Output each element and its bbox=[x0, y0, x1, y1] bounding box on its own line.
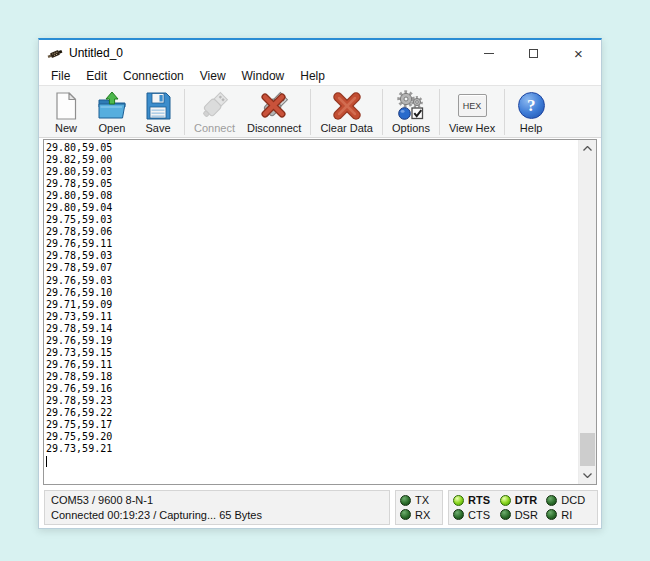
terminal-line: 29.75,59.20 bbox=[46, 431, 578, 443]
scroll-up-icon[interactable] bbox=[579, 140, 596, 157]
maximize-button[interactable] bbox=[511, 40, 556, 66]
led-label: TX bbox=[415, 493, 429, 507]
terminal-area: 29.80,59.0529.82,59.0029.80,59.0329.78,5… bbox=[43, 139, 597, 485]
save-floppy-icon bbox=[144, 89, 172, 122]
minimize-icon bbox=[484, 53, 494, 54]
open-folder-icon bbox=[96, 89, 128, 122]
help-button[interactable]: ? Help bbox=[508, 88, 554, 136]
terminal-line: 29.78,59.03 bbox=[46, 250, 578, 262]
open-label: Open bbox=[99, 122, 126, 134]
close-icon: × bbox=[574, 46, 583, 61]
terminal-line: 29.78,59.05 bbox=[46, 178, 578, 190]
signal-indicator-dtr: DTR bbox=[500, 493, 547, 507]
help-label: Help bbox=[520, 122, 543, 134]
clear-data-x-icon bbox=[331, 89, 363, 122]
led-label: RTS bbox=[468, 493, 490, 507]
led-label: RX bbox=[415, 508, 430, 522]
terminal-line: 29.73,59.21 bbox=[46, 443, 578, 455]
toolbar-separator bbox=[439, 89, 440, 135]
terminal-line: 29.80,59.08 bbox=[46, 190, 578, 202]
scrollbar-thumb[interactable] bbox=[580, 433, 595, 466]
terminal-line: 29.76,59.11 bbox=[46, 359, 578, 371]
led-icon bbox=[546, 495, 557, 506]
new-document-icon bbox=[53, 89, 79, 122]
disconnect-label: Disconnect bbox=[247, 122, 301, 134]
terminal-line: 29.78,59.23 bbox=[46, 395, 578, 407]
signal-indicator-dcd: DCD bbox=[546, 493, 593, 507]
txrx-panel: TXRX bbox=[395, 490, 443, 525]
toolbar-separator bbox=[504, 89, 505, 135]
menu-item-connection[interactable]: Connection bbox=[115, 67, 192, 85]
options-label: Options bbox=[392, 122, 430, 134]
signal-indicator-cts: CTS bbox=[453, 508, 500, 522]
led-icon bbox=[546, 509, 557, 520]
terminal-line: 29.75,59.03 bbox=[46, 214, 578, 226]
close-button[interactable]: × bbox=[556, 40, 601, 66]
led-icon bbox=[500, 509, 511, 520]
menu-item-edit[interactable]: Edit bbox=[78, 67, 115, 85]
toolbar-separator bbox=[382, 89, 383, 135]
connection-info-text: Connected 00:19:23 / Capturing... 65 Byt… bbox=[51, 508, 383, 522]
menu-item-help[interactable]: Help bbox=[292, 67, 333, 85]
signal-indicator-ri: RI bbox=[546, 508, 593, 522]
terminal-output[interactable]: 29.80,59.0529.82,59.0029.80,59.0329.78,5… bbox=[44, 140, 578, 484]
title-bar: Untitled_0 × bbox=[39, 40, 601, 66]
clear-data-label: Clear Data bbox=[320, 122, 373, 134]
led-icon bbox=[453, 495, 464, 506]
app-window: Untitled_0 × FileEditConnectionViewWindo… bbox=[38, 38, 602, 529]
status-bar: COM53 / 9600 8-N-1 Connected 00:19:23 / … bbox=[44, 490, 598, 525]
terminal-line: 29.76,59.03 bbox=[46, 275, 578, 287]
minimize-button[interactable] bbox=[466, 40, 511, 66]
usb-connect-icon bbox=[198, 89, 230, 122]
terminal-line: 29.76,59.11 bbox=[46, 238, 578, 250]
new-label: New bbox=[55, 122, 77, 134]
help-icon: ? bbox=[518, 89, 545, 122]
terminal-line: 29.80,59.03 bbox=[46, 166, 578, 178]
led-label: RI bbox=[561, 508, 572, 522]
terminal-line: 29.78,59.07 bbox=[46, 262, 578, 274]
led-icon bbox=[400, 509, 411, 520]
terminal-line: 29.73,59.11 bbox=[46, 311, 578, 323]
terminal-line: 29.76,59.10 bbox=[46, 287, 578, 299]
toolbar-separator bbox=[184, 89, 185, 135]
save-label: Save bbox=[145, 122, 170, 134]
led-label: DCD bbox=[561, 493, 585, 507]
view-hex-button[interactable]: HEX View Hex bbox=[443, 88, 501, 136]
signals-panel: RTSCTSDTRDSRDCDRI bbox=[448, 490, 598, 525]
terminal-line: 29.75,59.17 bbox=[46, 419, 578, 431]
signal-indicator-rx: RX bbox=[400, 508, 438, 522]
led-icon bbox=[500, 495, 511, 506]
toolbar-separator bbox=[310, 89, 311, 135]
new-button[interactable]: New bbox=[43, 88, 89, 136]
save-button[interactable]: Save bbox=[135, 88, 181, 136]
signal-indicator-tx: TX bbox=[400, 493, 438, 507]
options-gears-icon bbox=[395, 89, 427, 122]
terminal-line: 29.80,59.05 bbox=[46, 142, 578, 154]
clear-data-button[interactable]: Clear Data bbox=[314, 88, 379, 136]
text-caret bbox=[46, 456, 47, 467]
led-icon bbox=[453, 509, 464, 520]
disconnect-button[interactable]: Disconnect bbox=[241, 88, 307, 136]
window-title: Untitled_0 bbox=[69, 46, 123, 60]
terminal-line: 29.78,59.06 bbox=[46, 226, 578, 238]
led-label: DTR bbox=[515, 493, 538, 507]
terminal-line: 29.71,59.09 bbox=[46, 299, 578, 311]
signal-indicator-dsr: DSR bbox=[500, 508, 547, 522]
vertical-scrollbar[interactable] bbox=[578, 140, 596, 484]
terminal-line: 29.76,59.19 bbox=[46, 335, 578, 347]
terminal-line: 29.76,59.16 bbox=[46, 383, 578, 395]
terminal-line: 29.82,59.00 bbox=[46, 154, 578, 166]
maximize-icon bbox=[529, 49, 538, 58]
menu-item-file[interactable]: File bbox=[43, 67, 78, 85]
menu-item-window[interactable]: Window bbox=[234, 67, 293, 85]
window-controls: × bbox=[466, 40, 601, 66]
terminal-line: 29.73,59.15 bbox=[46, 347, 578, 359]
port-settings-text: COM53 / 9600 8-N-1 bbox=[51, 493, 383, 507]
menu-item-view[interactable]: View bbox=[192, 67, 234, 85]
options-button[interactable]: Options bbox=[386, 88, 436, 136]
scroll-down-icon[interactable] bbox=[579, 467, 596, 484]
open-button[interactable]: Open bbox=[89, 88, 135, 136]
terminal-line: 29.78,59.18 bbox=[46, 371, 578, 383]
menu-bar: FileEditConnectionViewWindowHelp bbox=[39, 66, 601, 85]
toolbar: New Open bbox=[39, 85, 601, 138]
